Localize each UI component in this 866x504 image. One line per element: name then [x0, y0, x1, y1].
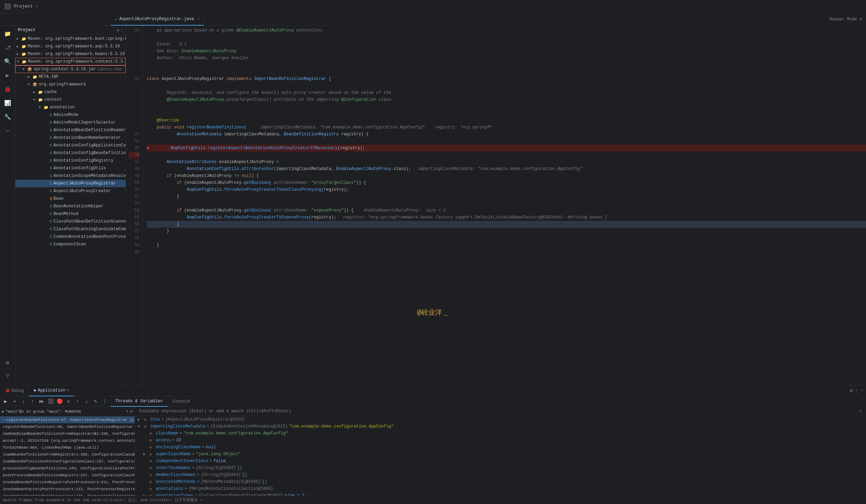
thread-item-10[interactable]: invokeBeanFactoryPostProcessors:112, Pos…: [0, 486, 135, 493]
tree-item-cache[interactable]: ▶ 📁 cache: [15, 88, 126, 96]
var-value-this: {AspectJAutoProxyRegistrar@1618}: [165, 417, 245, 422]
tree-item-ClassPathScanningCandidateCompon[interactable]: C ClassPathScanningCandidateCompon: [15, 225, 126, 233]
left-icon-commit[interactable]: ⎇: [2, 42, 13, 53]
tree-item-annotation[interactable]: ▼ 📁 annotation: [15, 104, 126, 111]
thread-item-11[interactable]: invokeBeanFactoryPostProcessors:746, Abs…: [0, 493, 135, 496]
sidebar-collapse-icon[interactable]: ↕: [120, 28, 123, 33]
debug-tab-debug[interactable]: 🐞 Debug: [0, 385, 29, 396]
reader-mode-btn[interactable]: Reader Mode ≡: [825, 17, 866, 22]
var-item-this[interactable]: ▶ ◎ this = {AspectJAutoProxyRegistrar@16…: [135, 416, 866, 423]
tree-item-AnnotationConfigUtils[interactable]: C AnnotationConfigUtils: [15, 164, 126, 172]
debug-btn-edit[interactable]: ✎: [91, 397, 100, 406]
debug-tab-application[interactable]: ▶ Application ×: [29, 385, 74, 396]
tree-item-maven-test[interactable]: ▶ 📁 Maven: org.springframework.boot:spri…: [15, 35, 126, 43]
debug-panel-more-icon[interactable]: ⋮: [854, 388, 859, 394]
tree-item-AspectJAutoProxyRegistrar[interactable]: C AspectJAutoProxyRegistrar: [15, 180, 126, 187]
tree-item-AnnotatedBeanDefReader[interactable]: C AnnotatedBeanDefinitionReader: [15, 126, 126, 134]
sidebar-gear-icon[interactable]: ⚙: [117, 28, 119, 33]
status-bar-close[interactable]: ×: [200, 498, 202, 502]
evaluate-prompt-text: Evaluate expression (Enter) or add a wat…: [139, 409, 291, 414]
tree-item-maven-beans[interactable]: ▶ 📁 Maven: org.springframework.beans:5.3…: [15, 50, 126, 58]
debug-btn-up[interactable]: ↑: [73, 397, 82, 406]
thread-filter-btn[interactable]: ▾: [126, 409, 129, 414]
tree-item-orgspring[interactable]: ▼ 📦 org.springframework: [15, 81, 126, 88]
left-icon-debug[interactable]: 🐞: [2, 84, 13, 95]
debug-btn-runcursor[interactable]: ⏭: [37, 397, 46, 406]
debug-btn-stepout[interactable]: ↑: [28, 397, 37, 406]
left-icon-run[interactable]: ▶: [2, 70, 13, 81]
left-icon-folder[interactable]: 📁: [2, 28, 13, 39]
debug-panel-minimize-icon[interactable]: −: [860, 388, 863, 394]
var-item-className[interactable]: ◎ className = "com.example.demo.configur…: [135, 430, 866, 437]
debug-subtab-console[interactable]: Console: [168, 396, 195, 407]
tree-item-BeanAnnotationHelper[interactable]: C BeanAnnotationHelper: [15, 202, 126, 210]
title-bar: ⬛ Project ▾: [0, 0, 866, 13]
tree-label-orgspring: org.springframework: [39, 82, 86, 87]
debug-tab-app-close[interactable]: ×: [66, 388, 69, 393]
left-icon-help[interactable]: ?: [2, 371, 13, 382]
code-content[interactable]: as appropriate based on a given @EnableA…: [143, 26, 866, 385]
debug-btn-resume[interactable]: ▶: [1, 397, 10, 406]
var-item-innerclass[interactable]: ◎ independentInnerClass = false: [135, 458, 866, 465]
tree-item-AnnotationConfigRegistry[interactable]: C AnnotationConfigRegistry: [15, 157, 126, 164]
tree-item-jar[interactable]: ▼ 📦 spring-context-5.3.16.jar library ro…: [15, 65, 126, 73]
tree-item-AdviceModelImportSelector[interactable]: C AdviceModelImportSelector: [15, 119, 126, 126]
var-item-interfacenames[interactable]: ◎ interfaceNames = {String[0]@1883} []: [135, 465, 866, 471]
tree-item-AnnotationScopeMetadataResolver[interactable]: C AnnotationScopeMetadataResolver: [15, 172, 126, 180]
add-watch-icon[interactable]: +: [859, 409, 862, 414]
tree-item-metainf[interactable]: ▶ 📁 META-INF: [15, 73, 126, 81]
var-item-annotations[interactable]: ◎ annotations = {MergedAnnotationsCollec…: [135, 485, 866, 492]
debug-btn-down[interactable]: ↓: [82, 397, 91, 406]
var-item-superclass[interactable]: ▶ ◎ superClassName = "java.lang.Object": [135, 451, 866, 458]
thread-item-1[interactable]: registerBeanDefinitions:86, ImportBeanDe…: [0, 423, 135, 430]
var-item-access[interactable]: ◎ access = 33: [135, 437, 866, 444]
thread-item-6[interactable]: loadBeanDefinitionsForConfigurationClass…: [0, 458, 135, 465]
left-icon-more[interactable]: ⋯: [2, 125, 13, 136]
debug-btn-stepin[interactable]: ↓: [19, 397, 28, 406]
editor-tab-main[interactable]: ☕ AspectJAutoProxyRegistrar.java ×: [111, 13, 204, 26]
left-icon-settings[interactable]: ⚙: [2, 357, 13, 368]
debug-subtab-threads[interactable]: Threads & Variables: [110, 396, 168, 407]
thread-item-5[interactable]: loadBeanDefinitionsFromRegistrars:395, C…: [0, 451, 135, 458]
thread-item-9[interactable]: invokeBeanDefinitionRegistryPostProcesso…: [0, 479, 135, 486]
tree-item-advicemode[interactable]: C AdviceMode: [15, 111, 126, 119]
thread-item-8[interactable]: postProcessBeanDefinitionRegistry:247, C…: [0, 472, 135, 479]
tab-close-button[interactable]: ×: [198, 17, 200, 21]
var-item-memberclassnames[interactable]: ◎ memberClassNames = {String[0]@1884} []: [135, 471, 866, 478]
tree-item-AspectJProxyCreator[interactable]: C AspectJAutoProxyCreator: [15, 187, 126, 195]
code-text-50a: [147, 172, 167, 179]
tree-item-ComponentScan[interactable]: C ComponentScan: [15, 241, 126, 248]
tree-item-AnnotationConfigBeanDefinitionParse[interactable]: C AnnotationConfigBeanDefinitionParse: [15, 149, 126, 157]
thread-item-4[interactable]: forEachBean:884, LinkedHashMap (java.uti…: [0, 444, 135, 451]
var-item-enclosing[interactable]: ◎ enclosingClassName = null: [135, 444, 866, 451]
tree-item-AnnotationBeanNameGenerator[interactable]: C AnnotationBeanNameGenerator: [15, 134, 126, 142]
thread-settings-icon[interactable]: ⚙: [130, 409, 133, 414]
var-item-annotatedmethods[interactable]: ◎ annotatedMethods = {MethodMetadata[0]@…: [135, 478, 866, 485]
debug-btn-more[interactable]: ⋮: [100, 397, 109, 406]
threads-panel: ▶ "main"@1 in group "main": RUNNING ▾ ⚙ …: [0, 407, 135, 496]
tree-item-maven-context[interactable]: ▼ 📁 Maven: org.springframework.context:5…: [15, 58, 126, 65]
debug-btn-stepover[interactable]: ↷: [10, 397, 19, 406]
project-dropdown-icon[interactable]: ▾: [36, 4, 38, 9]
tree-item-context[interactable]: ▼ 📁 context: [15, 96, 126, 104]
tree-item-maven-aop[interactable]: ▶ 📁 Maven: org.springframework.aop:5.3.1…: [15, 43, 126, 50]
thread-item-3[interactable]: accept:-1, 623247230 (org.springframewor…: [0, 437, 135, 444]
left-icon-profiler[interactable]: 📊: [2, 98, 13, 109]
code-text-51a: [147, 179, 177, 186]
tree-item-Bean[interactable]: @ Bean: [15, 195, 126, 202]
tree-item-CommonAnnotationBeanPostProcess[interactable]: C CommonAnnotationBeanPostProcess: [15, 233, 126, 241]
debug-panel-settings-icon[interactable]: ⚙: [850, 388, 853, 394]
var-item-importingClassMetadata[interactable]: ▼ ◎ importingClassMetadata = {SimpleAnno…: [135, 423, 866, 430]
tree-item-BeanMethod[interactable]: C BeanMethod: [15, 210, 126, 218]
thread-item-7[interactable]: processConfigBeanDefinitions:343, Config…: [0, 465, 135, 472]
debug-btn-stop[interactable]: ⬛: [46, 397, 55, 406]
thread-item-0[interactable]: ⇒ registerBeanDefinitions:57, AspectJAut…: [0, 416, 135, 423]
tree-item-ClassPathBeanDefinitionScanner[interactable]: C ClassPathBeanDefinitionScanner: [15, 218, 126, 225]
tree-item-AnnotationConfigApplicationContext[interactable]: C AnnotationConfigApplicationContext: [15, 142, 126, 149]
debug-btn-clear[interactable]: ✕: [64, 397, 73, 406]
thread-item-2[interactable]: lambda$loadBeanDefinitionsFromRegistrars…: [0, 430, 135, 437]
left-icon-search[interactable]: 🔍: [2, 56, 13, 67]
debug-btn-mute[interactable]: 🔴: [55, 397, 64, 406]
var-item-annotationtypes[interactable]: ▶ ◎ annotationTypes = {Collections$Unmod…: [135, 492, 866, 496]
left-icon-gradle[interactable]: 🔧: [2, 111, 13, 123]
